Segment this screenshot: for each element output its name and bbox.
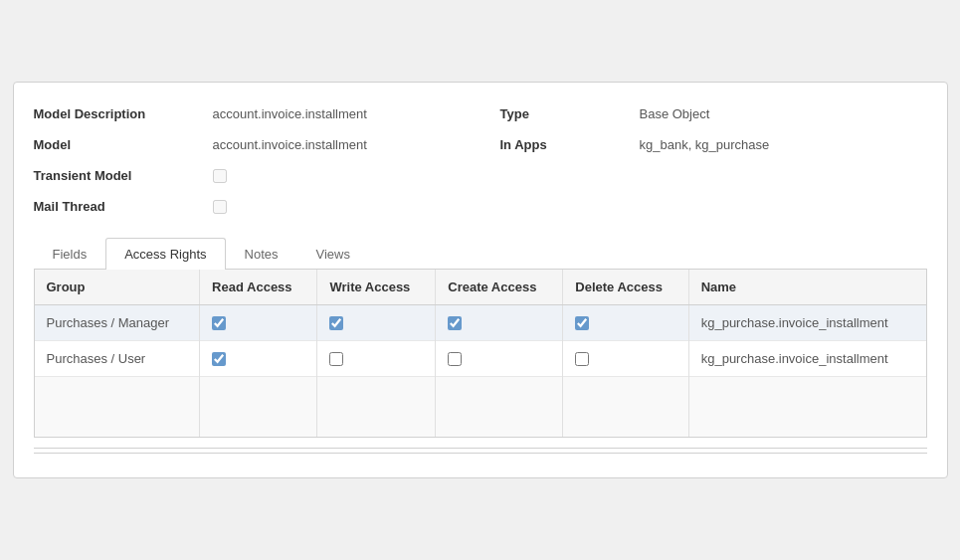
col-create-access: Create Access xyxy=(436,270,563,305)
col-group: Group xyxy=(35,270,200,305)
tab-notes[interactable]: Notes xyxy=(226,238,297,270)
access-rights-table-wrap: Group Read Access Write Access Create Ac… xyxy=(34,270,927,438)
transient-model-label: Transient Model xyxy=(34,164,213,187)
type-label: Type xyxy=(500,102,640,125)
mail-thread-label: Mail Thread xyxy=(34,195,213,218)
access-rights-table: Group Read Access Write Access Create Ac… xyxy=(35,270,926,437)
bottom-dividers xyxy=(34,448,927,454)
model-value: account.invoice.installment xyxy=(213,133,500,156)
model-description-value: account.invoice.installment xyxy=(213,102,500,125)
transient-model-checkbox[interactable] xyxy=(213,169,227,183)
access-checkbox[interactable] xyxy=(329,316,343,330)
access-checkbox[interactable] xyxy=(575,316,589,330)
type-value: Base Object xyxy=(640,102,927,125)
access-checkbox[interactable] xyxy=(448,352,462,366)
tab-access-rights[interactable]: Access Rights xyxy=(105,238,225,270)
mail-thread-checkbox-wrap xyxy=(213,195,500,218)
main-container: Model Description account.invoice.instal… xyxy=(13,82,948,478)
table-row: Purchases / Managerkg_purchase.invoice_i… xyxy=(35,305,926,341)
in-apps-label: In Apps xyxy=(500,133,640,156)
col-write-access: Write Access xyxy=(317,270,436,305)
access-checkbox[interactable] xyxy=(212,352,226,366)
info-grid: Model Description account.invoice.instal… xyxy=(34,102,927,218)
tab-fields[interactable]: Fields xyxy=(34,238,106,270)
access-checkbox[interactable] xyxy=(575,352,589,366)
table-row: Purchases / Userkg_purchase.invoice_inst… xyxy=(35,341,926,377)
model-description-label: Model Description xyxy=(34,102,213,125)
access-checkbox[interactable] xyxy=(329,352,343,366)
transient-model-checkbox-wrap xyxy=(213,164,500,187)
col-delete-access: Delete Access xyxy=(563,270,688,305)
mail-thread-checkbox[interactable] xyxy=(213,200,227,214)
divider-2 xyxy=(34,453,927,454)
access-checkbox[interactable] xyxy=(212,316,226,330)
in-apps-value: kg_bank, kg_purchase xyxy=(640,133,927,156)
table-empty-row xyxy=(35,377,926,437)
model-label: Model xyxy=(34,133,213,156)
col-read-access: Read Access xyxy=(200,270,317,305)
access-checkbox[interactable] xyxy=(448,316,462,330)
divider-1 xyxy=(34,448,927,449)
tab-views[interactable]: Views xyxy=(297,238,369,270)
tabs-bar: Fields Access Rights Notes Views xyxy=(34,238,927,270)
col-name: Name xyxy=(688,270,925,305)
table-header-row: Group Read Access Write Access Create Ac… xyxy=(35,270,926,305)
